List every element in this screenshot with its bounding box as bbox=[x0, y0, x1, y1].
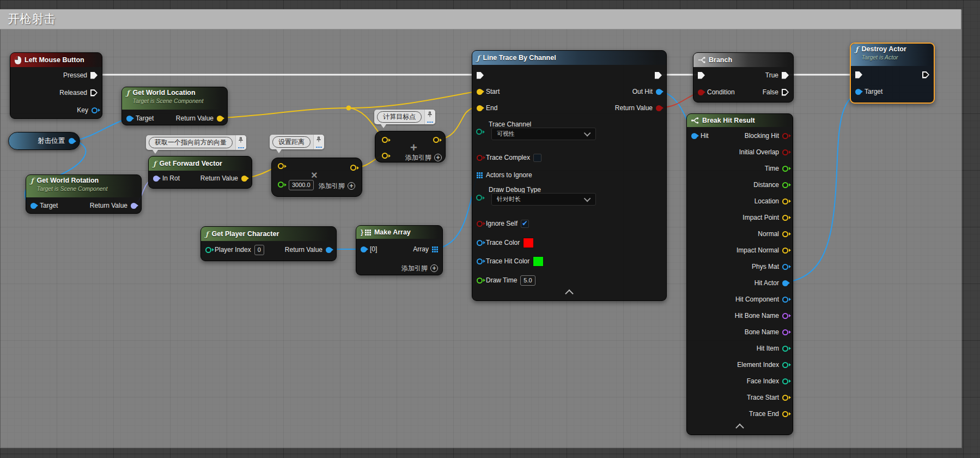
ignore-self-checkbox[interactable] bbox=[521, 220, 529, 228]
node-variable-shoot-position[interactable]: 射击位置 bbox=[8, 132, 80, 150]
pin-element-index[interactable] bbox=[782, 362, 788, 368]
node-destroy-actor[interactable]: ƒ Destroy Actor Target is Actor Target bbox=[850, 43, 935, 104]
trace-channel-dropdown[interactable]: 可视性 bbox=[491, 128, 596, 140]
node-header[interactable]: } Make Array bbox=[356, 226, 442, 239]
pin-out-hit[interactable] bbox=[656, 89, 662, 95]
pin-player-index[interactable] bbox=[205, 247, 211, 253]
pin-condition[interactable] bbox=[698, 89, 704, 95]
node-comment-bubble-forward-vector[interactable]: 获取一个指向前方的向量 bbox=[146, 135, 246, 150]
exec-pin-pressed[interactable] bbox=[90, 72, 98, 79]
pin-return-value[interactable] bbox=[241, 176, 247, 182]
pin-trace-start[interactable] bbox=[782, 395, 788, 401]
pin-trace-end[interactable] bbox=[782, 411, 788, 417]
pin-return-value[interactable] bbox=[217, 116, 223, 122]
node-line-trace-by-channel[interactable]: ƒ Line Trace By Channel Start Out Hit En… bbox=[472, 50, 667, 301]
pin-hit[interactable] bbox=[691, 133, 697, 139]
node-break-hit-result[interactable]: Break Hit Result Hit Blocking Hit Initia… bbox=[686, 113, 793, 435]
pin-hit-bone-name[interactable] bbox=[782, 313, 788, 319]
node-get-player-character[interactable]: ƒ Get Player Character Player Index 0 Re… bbox=[200, 226, 337, 261]
comment-text[interactable]: 获取一个指向前方的向量 bbox=[149, 137, 233, 148]
pin-draw-time[interactable] bbox=[477, 278, 483, 284]
pin-trace-color[interactable] bbox=[477, 240, 483, 246]
player-index-value[interactable]: 0 bbox=[254, 245, 264, 255]
add-pin-icon[interactable]: + bbox=[430, 264, 438, 272]
exec-pin-in[interactable] bbox=[855, 71, 862, 79]
node-header[interactable]: Break Hit Result bbox=[687, 114, 793, 127]
draw-debug-type-dropdown[interactable]: 针对时长 bbox=[491, 193, 596, 206]
exec-pin-true[interactable] bbox=[782, 72, 789, 79]
pin-phys-mat[interactable] bbox=[782, 264, 788, 270]
pin-target[interactable] bbox=[855, 89, 861, 95]
pin-return-value[interactable] bbox=[326, 247, 332, 253]
pin-ignore-self[interactable] bbox=[477, 221, 483, 227]
node-add[interactable]: + 添加引脚 + bbox=[375, 131, 446, 162]
trace-hit-color-swatch[interactable] bbox=[533, 256, 544, 267]
pin-draw-debug-type[interactable] bbox=[476, 195, 482, 201]
pin-start[interactable] bbox=[477, 89, 483, 95]
node-header[interactable]: ƒ Line Trace By Channel bbox=[472, 51, 666, 65]
node-get-forward-vector[interactable]: ƒ Get Forward Vector In Rot Return Value bbox=[148, 156, 252, 189]
pin-multiply-out[interactable] bbox=[350, 165, 356, 171]
pin-array-out[interactable] bbox=[432, 246, 438, 252]
exec-pin-false[interactable] bbox=[782, 89, 789, 96]
pin-bone-name[interactable] bbox=[782, 329, 788, 335]
pin-hit-item[interactable] bbox=[782, 346, 788, 352]
pin-hit-actor[interactable] bbox=[782, 280, 788, 286]
pin-hit-component[interactable] bbox=[782, 297, 788, 303]
node-get-world-location[interactable]: ƒ Get World Location Target is Scene Com… bbox=[121, 87, 228, 125]
node-left-mouse-button-header[interactable]: Left Mouse Button bbox=[10, 53, 102, 67]
pin-end[interactable] bbox=[477, 105, 483, 111]
exec-pin-released[interactable] bbox=[90, 89, 98, 97]
blueprint-graph[interactable]: 开枪射击 Left Mouse Button Pressed Released bbox=[0, 0, 980, 458]
exec-pin-in[interactable] bbox=[477, 72, 484, 79]
node-left-mouse-button[interactable]: Left Mouse Button Pressed Released Key bbox=[10, 52, 102, 119]
node-header[interactable]: ƒ Get Forward Vector bbox=[149, 156, 252, 171]
pin-multiply-a[interactable] bbox=[278, 163, 284, 169]
pin-return-value[interactable] bbox=[656, 105, 662, 111]
node-header[interactable]: Branch bbox=[693, 53, 793, 67]
pin-impact-normal[interactable] bbox=[782, 248, 788, 254]
pin-trace-hit-color[interactable] bbox=[477, 258, 483, 264]
pin-key[interactable] bbox=[92, 107, 98, 113]
add-pin-icon[interactable]: + bbox=[348, 182, 355, 190]
exec-pin-out[interactable] bbox=[655, 72, 662, 79]
pin-shoot-position-out[interactable] bbox=[69, 138, 75, 144]
pin-time[interactable] bbox=[782, 166, 788, 172]
node-make-array[interactable]: } Make Array [0] Array 添加引脚 + bbox=[356, 225, 443, 275]
pin-trace-channel[interactable] bbox=[476, 129, 482, 135]
node-comment-bubble-target-point[interactable]: 计算目标点 bbox=[374, 110, 435, 124]
pin-trace-complex[interactable] bbox=[477, 155, 483, 161]
pin-normal[interactable] bbox=[782, 231, 788, 237]
node-get-world-rotation[interactable]: ƒ Get World Rotation Target is Scene Com… bbox=[26, 174, 142, 214]
exec-pin-in[interactable] bbox=[698, 72, 705, 79]
trace-complex-checkbox[interactable] bbox=[533, 154, 541, 162]
pushpin-icon[interactable] bbox=[427, 111, 433, 117]
pin-add-out[interactable] bbox=[433, 137, 439, 143]
comment-text[interactable]: 设置距离 bbox=[272, 136, 311, 148]
pin-face-index[interactable] bbox=[782, 378, 788, 384]
draw-time-value[interactable]: 5.0 bbox=[520, 275, 535, 286]
pin-add-a[interactable] bbox=[382, 137, 388, 143]
pin-in-rot[interactable] bbox=[153, 176, 159, 182]
multiply-b-value[interactable]: 3000.0 bbox=[289, 180, 314, 190]
comment-text[interactable]: 计算目标点 bbox=[377, 111, 422, 123]
exec-pin-out[interactable] bbox=[922, 71, 929, 79]
pin-add-b[interactable] bbox=[382, 153, 388, 159]
add-pin-icon[interactable]: + bbox=[434, 154, 442, 161]
pin-location[interactable] bbox=[782, 198, 788, 204]
pin-target[interactable] bbox=[126, 116, 132, 122]
node-header[interactable]: ƒ Get Player Character bbox=[201, 227, 336, 241]
node-header[interactable]: ƒ Destroy Actor Target is Actor bbox=[851, 44, 934, 66]
pushpin-icon[interactable] bbox=[316, 136, 321, 142]
node-branch[interactable]: Branch True Condition False bbox=[693, 52, 794, 103]
node-header[interactable]: ƒ Get World Rotation Target is Scene Com… bbox=[26, 175, 141, 197]
node-header[interactable]: ƒ Get World Location Target is Scene Com… bbox=[122, 87, 227, 110]
node-multiply[interactable]: × 3000.0 添加引脚 + bbox=[271, 158, 362, 197]
collapse-chevron-icon[interactable] bbox=[735, 424, 744, 432]
pin-element-0[interactable] bbox=[361, 246, 367, 252]
pin-blocking-hit[interactable] bbox=[782, 133, 788, 139]
pin-distance[interactable] bbox=[782, 182, 788, 188]
node-comment-bubble-distance[interactable]: 设置距离 bbox=[270, 135, 324, 149]
pin-actors-to-ignore[interactable] bbox=[477, 172, 483, 178]
pin-target[interactable] bbox=[31, 203, 36, 209]
